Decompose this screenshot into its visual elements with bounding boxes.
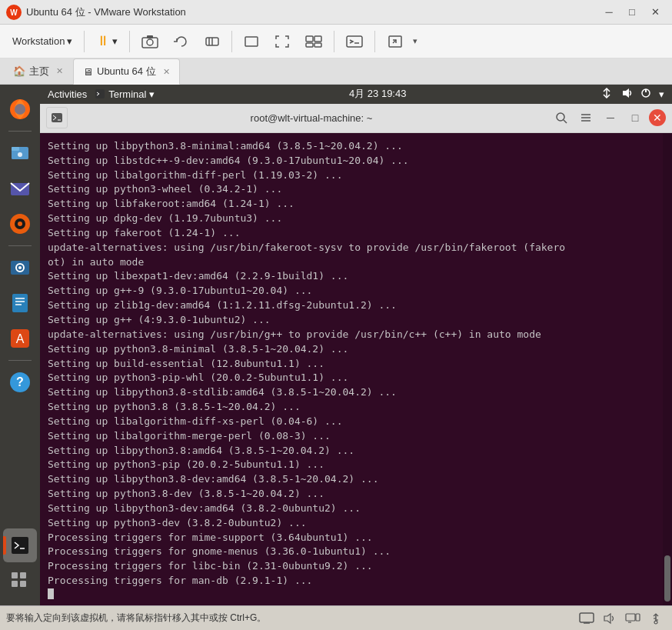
normal-view-button[interactable] [238, 32, 265, 52]
svg-rect-40 [12, 572, 18, 578]
svg-rect-9 [306, 36, 313, 42]
sidebar-icon-help[interactable]: ? [3, 365, 37, 399]
svg-text:W: W [10, 8, 18, 17]
ubuntu-tab-close[interactable]: ✕ [163, 67, 170, 77]
pause-icon: ⏸ [96, 33, 110, 49]
title-bar-left: W Ubuntu 64 位 - VMware Workstation [6, 5, 186, 20]
status-icon-screen[interactable] [577, 610, 597, 627]
terminal-restore-button[interactable]: □ [624, 109, 646, 126]
svg-point-51 [557, 113, 564, 121]
home-tab-close[interactable]: ✕ [56, 66, 63, 76]
workstation-label: Workstation [12, 35, 65, 47]
gnome-activities-button[interactable]: Activities [48, 88, 87, 100]
sidebar-icon-appstore[interactable]: A [3, 322, 37, 355]
console-button[interactable] [340, 32, 369, 52]
network-icon [600, 88, 613, 98]
close-button[interactable]: ✕ [644, 4, 666, 21]
suspend-icon [205, 35, 220, 48]
terminal-menu-button[interactable] [575, 109, 597, 126]
svg-rect-10 [314, 36, 321, 42]
status-screen-icon [579, 612, 594, 625]
sidebar-icon-libreoffice[interactable] [3, 286, 37, 320]
terminal-minimize-button[interactable]: ─ [600, 109, 621, 126]
status-icon-display[interactable] [623, 610, 643, 627]
svg-rect-42 [12, 581, 18, 587]
status-sound-icon [603, 612, 617, 625]
terminal-cursor [48, 588, 54, 599]
svg-rect-60 [626, 614, 635, 621]
ubuntu-tab-icon: 🖥 [83, 66, 93, 78]
toolbar-separator-4 [334, 31, 334, 52]
svg-point-3 [147, 39, 153, 45]
terminal-icon [11, 536, 29, 555]
terminal-text: Setting up libpython3.8-minimal:amd64 (3… [48, 139, 664, 588]
terminal-title-text: root@wlt-virtual-machine: ~ [72, 112, 551, 124]
toolbar-separator-3 [231, 31, 232, 52]
home-tab-icon: 🏠 [13, 65, 25, 77]
terminal-close-button[interactable]: ✕ [649, 109, 666, 126]
gnome-terminal-label: Terminal [108, 88, 146, 100]
svg-text:A: A [16, 332, 25, 345]
sidebar-icon-files[interactable] [3, 136, 37, 170]
scrollbar-thumb[interactable] [664, 555, 670, 602]
svg-point-66 [654, 621, 657, 624]
sidebar-icon-shotwell[interactable] [3, 251, 37, 285]
terminal-btn-icon [51, 112, 63, 123]
tab-bar: 🏠 主页 ✕ 🖥 Ubuntu 64 位 ✕ [0, 58, 672, 85]
status-icon-usb[interactable] [646, 610, 666, 627]
svg-rect-13 [347, 36, 362, 47]
status-display-icon [625, 612, 640, 625]
terminal-output[interactable]: Setting up libpython3.8-minimal:amd64 (3… [40, 133, 672, 605]
gnome-topbar-left: Activities Terminal ▾ [48, 88, 155, 100]
unity-view-button[interactable] [299, 32, 328, 52]
svg-point-26 [18, 222, 22, 226]
snapshot-button[interactable] [135, 32, 165, 52]
terminal-scrollbar[interactable] [663, 133, 672, 605]
suspend-button[interactable] [198, 32, 226, 52]
home-tab-label: 主页 [29, 65, 49, 78]
terminal-search-button[interactable] [551, 109, 572, 126]
workstation-dropdown-icon: ▾ [67, 35, 72, 47]
fullscreen-button[interactable] [268, 32, 296, 52]
terminal-icon-btn[interactable] [46, 107, 68, 128]
gnome-system-dropdown-icon[interactable]: ▾ [659, 88, 664, 100]
pause-button[interactable]: ⏸ ▾ [90, 30, 124, 52]
revert-icon [174, 35, 189, 48]
sidebar-icon-firefox[interactable] [3, 92, 37, 126]
terminal-menu-icon [580, 112, 592, 123]
pause-dropdown-icon: ▾ [112, 35, 118, 47]
fit-guest-button[interactable] [381, 32, 410, 52]
svg-rect-61 [636, 614, 640, 621]
sidebar-icon-rhythmbox[interactable] [3, 207, 37, 241]
workstation-menu-button[interactable]: Workstation ▾ [6, 32, 78, 50]
gnome-power-icon[interactable] [640, 88, 651, 101]
tab-home[interactable]: 🏠 主页 ✕ [3, 58, 73, 85]
sidebar-divider-1 [8, 131, 32, 132]
gnome-topbar-right: ▾ [600, 88, 664, 101]
svg-rect-12 [314, 43, 321, 47]
svg-rect-41 [20, 572, 26, 578]
restore-button[interactable]: □ [621, 4, 643, 21]
svg-rect-38 [12, 537, 28, 554]
revert-button[interactable] [168, 32, 195, 52]
status-icon-sound[interactable] [600, 610, 620, 627]
fullscreen-icon [274, 35, 290, 48]
sound-icon [620, 88, 633, 98]
toolbar-separator-1 [84, 31, 85, 52]
gnome-network-icon[interactable] [600, 88, 613, 101]
svg-text:?: ? [16, 375, 24, 388]
sidebar-icon-apps[interactable] [3, 564, 37, 598]
minimize-button[interactable]: ─ [598, 4, 620, 21]
terminal-cursor-line [48, 588, 664, 599]
active-indicator [3, 536, 6, 555]
sidebar-icon-mail[interactable] [3, 172, 37, 205]
gnome-sound-icon[interactable] [620, 88, 633, 101]
svg-rect-43 [20, 581, 26, 587]
terminal-controls: ─ □ ✕ [551, 109, 666, 126]
gnome-terminal-dropdown-icon[interactable]: ▾ [149, 88, 155, 100]
window-title: Ubuntu 64 位 - VMware Workstation [26, 5, 186, 19]
ubuntu-sidebar: A ? [0, 85, 40, 605]
svg-rect-30 [12, 294, 28, 312]
tab-ubuntu[interactable]: 🖥 Ubuntu 64 位 ✕ [73, 58, 180, 85]
sidebar-icon-terminal[interactable] [3, 528, 37, 562]
